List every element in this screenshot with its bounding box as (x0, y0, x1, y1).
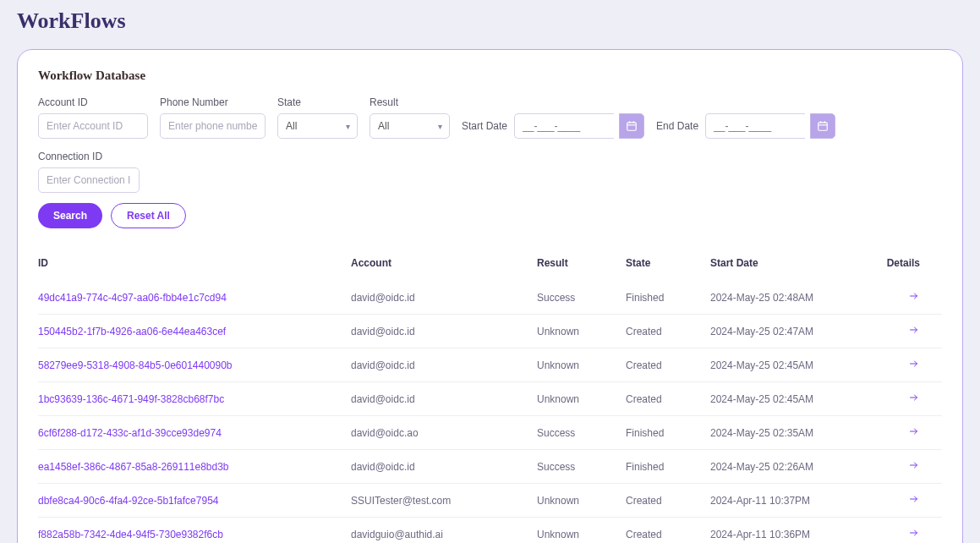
page-title: WorkFlows (17, 8, 963, 34)
start-date-group: Start Date (462, 113, 644, 139)
row-state: Created (626, 495, 710, 507)
row-account: david@oidc.id (351, 292, 537, 304)
row-details-button[interactable] (907, 426, 920, 436)
row-id-link[interactable]: f882a58b-7342-4de4-94f5-730e9382f6cb (38, 529, 351, 540)
row-id-link[interactable]: 58279ee9-5318-4908-84b5-0e601440090b (38, 359, 351, 371)
result-field: Result All ▾ (370, 96, 450, 139)
state-select[interactable]: All (277, 113, 358, 139)
calendar-icon (817, 120, 829, 132)
arrow-right-icon (907, 460, 920, 470)
row-state: Finished (626, 292, 710, 304)
row-account: david@oidc.id (351, 326, 537, 337)
row-id-link[interactable]: ea1458ef-386c-4867-85a8-269111e8bd3b (38, 461, 351, 473)
row-state: Created (626, 326, 710, 337)
svg-rect-4 (818, 123, 828, 130)
filter-actions: Search Reset All (38, 203, 942, 228)
row-account: davidguio@authid.ai (351, 529, 537, 540)
row-id-link[interactable]: 1bc93639-136c-4671-949f-3828cb68f7bc (38, 393, 351, 405)
row-start-date: 2024-Apr-11 10:37PM (710, 495, 879, 507)
row-start-date: 2024-May-25 02:47AM (710, 326, 879, 337)
row-result: Unknown (537, 326, 626, 337)
table-row: 150445b2-1f7b-4926-aa06-6e44ea463cefdavi… (38, 315, 942, 348)
table-header: ID Account Result State Start Date Detai… (38, 249, 942, 281)
row-state: Finished (626, 461, 710, 473)
arrow-right-icon (907, 291, 920, 301)
col-state: State (626, 257, 710, 269)
end-date-input[interactable] (705, 113, 805, 139)
search-button[interactable]: Search (38, 203, 102, 228)
arrow-right-icon (907, 426, 920, 436)
arrow-right-icon (907, 494, 920, 504)
col-id: ID (38, 257, 351, 269)
workflow-table: ID Account Result State Start Date Detai… (38, 249, 942, 543)
table-row: dbfe8ca4-90c6-4fa4-92ce-5b1fafce7954SSUI… (38, 484, 942, 518)
table-row: 6cf6f288-d172-433c-af1d-39cce93de974davi… (38, 416, 942, 450)
account-id-field: Account ID (38, 96, 148, 139)
table-row: 1bc93639-136c-4671-949f-3828cb68f7bcdavi… (38, 382, 942, 416)
start-date-calendar-button[interactable] (619, 113, 644, 139)
connection-id-input[interactable] (38, 167, 140, 193)
state-field: State All ▾ (277, 96, 358, 139)
row-id-link[interactable]: dbfe8ca4-90c6-4fa4-92ce-5b1fafce7954 (38, 495, 351, 507)
table-row: f882a58b-7342-4de4-94f5-730e9382f6cbdavi… (38, 518, 942, 543)
result-label: Result (370, 96, 450, 108)
card-title: Workflow Database (38, 69, 942, 83)
row-result: Success (537, 461, 626, 473)
row-id-link[interactable]: 49dc41a9-774c-4c97-aa06-fbb4e1c7cd94 (38, 292, 351, 304)
col-result: Result (537, 257, 626, 269)
account-id-label: Account ID (38, 96, 148, 108)
row-result: Success (537, 427, 626, 439)
row-state: Created (626, 529, 710, 540)
row-start-date: 2024-May-25 02:45AM (710, 393, 879, 405)
connection-id-label: Connection ID (38, 151, 140, 162)
row-id-link[interactable]: 6cf6f288-d172-433c-af1d-39cce93de974 (38, 427, 351, 439)
row-result: Unknown (537, 359, 626, 371)
start-date-label: Start Date (462, 120, 507, 132)
row-account: david@oidc.id (351, 393, 537, 405)
row-state: Created (626, 359, 710, 371)
row-state: Created (626, 393, 710, 405)
arrow-right-icon (907, 392, 920, 403)
row-details-button[interactable] (907, 325, 920, 335)
row-id-link[interactable]: 150445b2-1f7b-4926-aa06-6e44ea463cef (38, 326, 351, 337)
arrow-right-icon (907, 528, 920, 538)
filters-row: Account ID Phone Number State All ▾ Resu… (38, 96, 942, 193)
table-row: ea1458ef-386c-4867-85a8-269111e8bd3bdavi… (38, 450, 942, 484)
row-start-date: 2024-May-25 02:45AM (710, 359, 879, 371)
row-account: david@oidc.ao (351, 427, 537, 439)
workflow-card: Workflow Database Account ID Phone Numbe… (17, 49, 963, 543)
account-id-input[interactable] (38, 113, 148, 139)
row-account: david@oidc.id (351, 461, 537, 473)
phone-input[interactable] (160, 113, 266, 139)
end-date-calendar-button[interactable] (810, 113, 835, 139)
row-start-date: 2024-May-25 02:48AM (710, 292, 879, 304)
row-result: Unknown (537, 393, 626, 405)
row-details-button[interactable] (907, 528, 920, 538)
row-result: Unknown (537, 529, 626, 540)
row-details-button[interactable] (907, 291, 920, 301)
connection-id-field: Connection ID (38, 151, 140, 193)
row-details-button[interactable] (907, 460, 920, 470)
start-date-input[interactable] (514, 113, 614, 139)
state-label: State (277, 96, 358, 108)
row-details-button[interactable] (907, 494, 920, 504)
svg-rect-0 (627, 123, 637, 130)
arrow-right-icon (907, 325, 920, 335)
row-account: SSUITester@test.com (351, 495, 537, 507)
table-row: 49dc41a9-774c-4c97-aa06-fbb4e1c7cd94davi… (38, 281, 942, 315)
row-start-date: 2024-May-25 02:26AM (710, 461, 879, 473)
reset-all-button[interactable]: Reset All (111, 203, 186, 228)
phone-field: Phone Number (160, 96, 266, 139)
col-details: Details (879, 257, 930, 269)
row-details-button[interactable] (907, 359, 920, 369)
col-start-date: Start Date (710, 257, 879, 269)
col-account: Account (351, 257, 537, 269)
end-date-group: End Date (656, 113, 835, 139)
calendar-icon (626, 120, 638, 132)
result-select[interactable]: All (370, 113, 450, 139)
end-date-label: End Date (656, 120, 698, 132)
row-result: Success (537, 292, 626, 304)
row-details-button[interactable] (907, 392, 920, 403)
table-row: 58279ee9-5318-4908-84b5-0e601440090bdavi… (38, 348, 942, 382)
row-result: Unknown (537, 495, 626, 507)
